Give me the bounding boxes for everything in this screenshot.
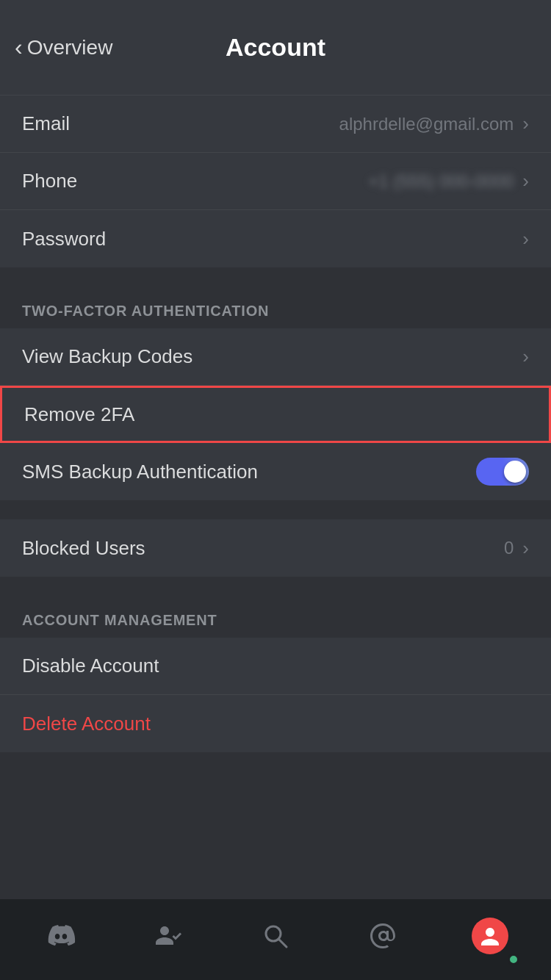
blocked-users-right: 0 › xyxy=(504,537,529,560)
search-nav-icon xyxy=(257,918,294,954)
remove-2fa-label: Remove 2FA xyxy=(24,403,134,426)
mentions-nav-icon xyxy=(364,918,401,954)
two-factor-section-label: TWO-FACTOR AUTHENTICATION xyxy=(0,287,551,328)
view-backup-codes-label: View Backup Codes xyxy=(22,345,192,368)
account-management-section-label: ACCOUNT MANAGEMENT xyxy=(0,596,551,638)
discord-nav-icon xyxy=(43,918,79,954)
email-row[interactable]: Email alphrdelle@gmail.com › xyxy=(0,96,551,153)
password-row[interactable]: Password › xyxy=(0,210,551,267)
two-factor-section: View Backup Codes › Remove 2FA SMS Backu… xyxy=(0,328,551,500)
backup-codes-chevron-icon: › xyxy=(522,345,529,368)
account-management-section: Disable Account Delete Account xyxy=(0,638,551,752)
blocked-users-label: Blocked Users xyxy=(22,537,145,560)
email-chevron-icon: › xyxy=(522,112,529,135)
content-area: Email alphrdelle@gmail.com › Phone +1 (5… xyxy=(0,96,551,877)
divider-gap-2 xyxy=(0,500,551,519)
back-chevron-icon: ‹ xyxy=(15,34,23,61)
profile-avatar xyxy=(472,918,508,954)
account-info-section: Email alphrdelle@gmail.com › Phone +1 (5… xyxy=(0,96,551,267)
blocked-users-chevron-icon: › xyxy=(522,537,529,560)
divider-gap-3 xyxy=(0,577,551,596)
two-factor-label-text: TWO-FACTOR AUTHENTICATION xyxy=(22,303,269,319)
profile-avatar-icon xyxy=(479,925,501,947)
view-backup-codes-row[interactable]: View Backup Codes › xyxy=(0,328,551,386)
phone-right: +1 (555) 000-0000 › xyxy=(368,170,529,192)
password-label: Password xyxy=(22,228,106,251)
bottom-navigation xyxy=(0,899,551,980)
online-badge xyxy=(508,954,519,965)
account-management-label-text: ACCOUNT MANAGEMENT xyxy=(22,612,217,628)
toggle-track xyxy=(476,458,529,486)
password-chevron-icon: › xyxy=(522,228,529,251)
delete-account-row[interactable]: Delete Account xyxy=(0,695,551,752)
back-button[interactable]: ‹ Overview xyxy=(15,34,112,61)
friends-nav-icon xyxy=(150,918,187,954)
nav-discord[interactable] xyxy=(32,907,90,965)
disable-account-row[interactable]: Disable Account xyxy=(0,638,551,695)
remove-2fa-row[interactable]: Remove 2FA xyxy=(0,386,551,443)
sms-backup-row[interactable]: SMS Backup Authentication xyxy=(0,443,551,500)
nav-profile[interactable] xyxy=(461,907,519,965)
divider-gap-1 xyxy=(0,267,551,287)
delete-account-label: Delete Account xyxy=(22,713,151,735)
svg-line-1 xyxy=(278,939,287,947)
blocked-users-count: 0 xyxy=(504,538,514,558)
toggle-thumb xyxy=(504,461,526,483)
blocked-users-section: Blocked Users 0 › xyxy=(0,519,551,577)
phone-row[interactable]: Phone +1 (555) 000-0000 › xyxy=(0,153,551,210)
blocked-users-row[interactable]: Blocked Users 0 › xyxy=(0,519,551,577)
nav-search[interactable] xyxy=(246,907,305,965)
password-right: › xyxy=(522,228,529,251)
email-label: Email xyxy=(22,112,70,135)
nav-friends[interactable] xyxy=(139,907,198,965)
header: ‹ Overview Account xyxy=(0,0,551,96)
phone-label: Phone xyxy=(22,170,77,192)
sms-backup-toggle[interactable] xyxy=(476,458,529,486)
disable-account-label: Disable Account xyxy=(22,655,159,677)
email-right: alphrdelle@gmail.com › xyxy=(339,112,529,135)
backup-codes-right: › xyxy=(522,345,529,368)
nav-mentions[interactable] xyxy=(353,907,412,965)
email-value: alphrdelle@gmail.com xyxy=(339,114,514,134)
phone-value: +1 (555) 000-0000 xyxy=(368,171,514,192)
back-label: Overview xyxy=(27,36,113,60)
page-title: Account xyxy=(226,33,325,62)
phone-chevron-icon: › xyxy=(522,170,529,192)
sms-backup-label: SMS Backup Authentication xyxy=(22,461,258,483)
bottom-gap xyxy=(0,752,551,796)
